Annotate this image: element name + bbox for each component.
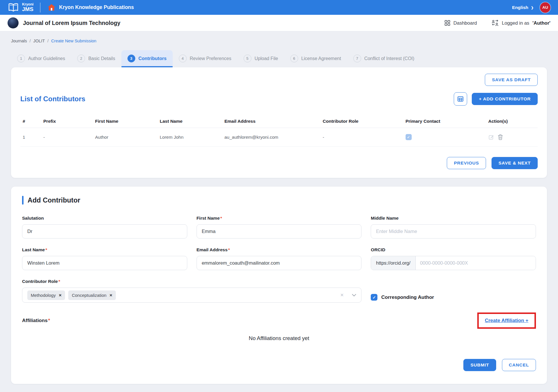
field-corresponding-author: ✓ Corresponding Author (371, 292, 536, 303)
cell-primary-contact: ✓ (403, 128, 486, 147)
affiliations-empty-text: No Affiliations created yet (22, 335, 536, 342)
label-text: Contributor Role (22, 279, 58, 284)
org-name: Kryon Knowledge Publications (59, 4, 134, 10)
tab-license-agreement[interactable]: 6 License Agreement (284, 50, 347, 67)
corresponding-author-label: Corresponding Author (381, 295, 434, 300)
tab-basic-details[interactable]: 2 Basic Details (71, 50, 121, 67)
tab-number: 2 (77, 55, 85, 62)
content: Journals / JOLIT / Create New Submission… (0, 39, 558, 384)
book-logo-icon (8, 3, 19, 12)
top-navbar: Kryoni JMS Kryon Knowledge Publications … (0, 0, 558, 15)
dashboard-link[interactable]: Dashboard (444, 20, 477, 26)
label-text: Salutation (22, 216, 44, 221)
brand-logo[interactable]: Kryoni JMS (8, 3, 34, 12)
orcid-label: ORCID (371, 247, 536, 252)
corresponding-author-checkbox[interactable]: ✓ (371, 294, 377, 301)
logged-in-as[interactable]: Logged in as 'Author' (492, 20, 550, 26)
draft-row: SAVE AS DRAFT (20, 74, 538, 86)
logged-in-prefix: Logged in as (502, 20, 530, 26)
home-icon (47, 3, 56, 12)
field-orcid: ORCID https://orcid.org/ (371, 247, 536, 270)
user-avatar[interactable]: AU (540, 2, 550, 13)
last-name-input[interactable] (22, 256, 187, 270)
orcid-group: https://orcid.org/ (371, 256, 536, 270)
field-last-name: Last Name* (22, 247, 187, 270)
tab-review-preferences[interactable]: 4 Review Preferences (173, 50, 237, 67)
affiliations-label: Affiliations* (22, 318, 50, 324)
table-view-button[interactable] (454, 92, 467, 106)
tab-number: 7 (353, 55, 361, 62)
field-contributor-role: Contributor Role* Methodology ✕ Conceptu… (22, 279, 361, 303)
tab-upload-file[interactable]: 5 Upload File (237, 50, 284, 67)
col-role: Contributor Role (321, 115, 403, 128)
edit-icon[interactable] (488, 134, 494, 140)
section-accent-bar (22, 196, 24, 205)
table-icon (457, 95, 464, 102)
brand-name-top: Kryoni (22, 3, 34, 7)
delete-icon[interactable] (498, 134, 503, 140)
col-last-name: Last Name (157, 115, 222, 128)
required-asterisk: * (220, 216, 222, 221)
required-asterisk: * (45, 247, 47, 252)
tab-contributors[interactable]: 3 Contributors (121, 50, 173, 67)
multiselect-controls: ✕ (340, 292, 357, 298)
tab-number: 6 (290, 55, 298, 62)
primary-contact-checkbox[interactable]: ✓ (406, 134, 412, 140)
col-email: Email Address (222, 115, 321, 128)
cancel-button[interactable]: CANCEL (502, 359, 536, 371)
save-as-draft-button[interactable]: SAVE AS DRAFT (485, 74, 538, 86)
orcid-input[interactable] (416, 256, 536, 270)
topbar-right: English ❯ AU (512, 2, 550, 13)
chip-remove-icon[interactable]: ✕ (109, 293, 112, 297)
annotation-highlight-box: Create Affiliation + (477, 312, 536, 329)
header-right: Dashboard Logged in as 'Author' (444, 20, 550, 26)
tab-number: 5 (244, 55, 251, 62)
table-row: 1 - Author Lorem John au_authlorem@kryon… (20, 128, 538, 147)
org-home-link[interactable]: Kryon Knowledge Publications (47, 3, 134, 12)
required-asterisk: * (58, 279, 60, 284)
card1-footer: PREVIOUS SAVE & NEXT (20, 157, 538, 169)
submit-button[interactable]: SUBMIT (463, 359, 496, 371)
first-name-input[interactable] (197, 224, 362, 239)
breadcrumb-jolit[interactable]: JOLIT (33, 39, 45, 43)
journal-title: Journal of Lorem Ipsum Technology (23, 20, 120, 26)
cell-role: - (321, 128, 403, 147)
salutation-input[interactable] (22, 224, 187, 239)
cell-email: au_authlorem@kryoni.com (222, 128, 321, 147)
list-header: List of Contributors + ADD CONTRIBUTOR (20, 92, 538, 106)
create-affiliation-link[interactable]: Create Affiliation + (485, 318, 528, 323)
tab-number: 4 (179, 55, 187, 62)
tab-number: 1 (17, 55, 25, 62)
previous-button[interactable]: PREVIOUS (447, 157, 486, 169)
middle-name-input[interactable] (371, 224, 536, 239)
salutation-label: Salutation (22, 216, 187, 221)
chevron-right-icon: ❯ (531, 6, 534, 10)
table-header-row: # Prefix First Name Last Name Email Addr… (20, 115, 538, 128)
contributor-role-multiselect[interactable]: Methodology ✕ Conceptualization ✕ ✕ (22, 288, 361, 303)
email-input[interactable] (197, 256, 362, 270)
chevron-down-icon[interactable] (352, 294, 356, 297)
label-text: ORCID (371, 247, 385, 252)
tab-conflict-of-interest[interactable]: 7 Conflict of Interest (COI) (347, 50, 421, 67)
contributor-role-label: Contributor Role* (22, 279, 361, 284)
cell-first-name: Author (93, 128, 157, 147)
brand-text: Kryoni JMS (22, 3, 34, 12)
dashboard-label: Dashboard (453, 20, 477, 26)
col-primary-contact: Primary Contact (403, 115, 486, 128)
tab-number: 3 (127, 55, 135, 62)
col-first-name: First Name (93, 115, 157, 128)
col-actions: Action(s) (486, 115, 538, 128)
role-chip-conceptualization: Conceptualization ✕ (68, 290, 116, 300)
save-next-button[interactable]: SAVE & NEXT (492, 157, 538, 169)
contributors-card: SAVE AS DRAFT List of Contributors + ADD… (11, 67, 547, 178)
language-selector[interactable]: English ❯ (512, 5, 534, 10)
breadcrumb-journals[interactable]: Journals (11, 39, 27, 43)
clear-all-icon[interactable]: ✕ (340, 292, 344, 298)
chip-remove-icon[interactable]: ✕ (59, 293, 62, 297)
add-contributor-button[interactable]: + ADD CONTRIBUTOR (472, 93, 538, 105)
last-name-label: Last Name* (22, 247, 187, 252)
cell-number: 1 (20, 128, 41, 147)
page: Kryoni JMS Kryon Knowledge Publications … (0, 0, 558, 384)
list-title: List of Contributors (20, 95, 85, 103)
tab-author-guidelines[interactable]: 1 Author Guidelines (11, 50, 71, 67)
